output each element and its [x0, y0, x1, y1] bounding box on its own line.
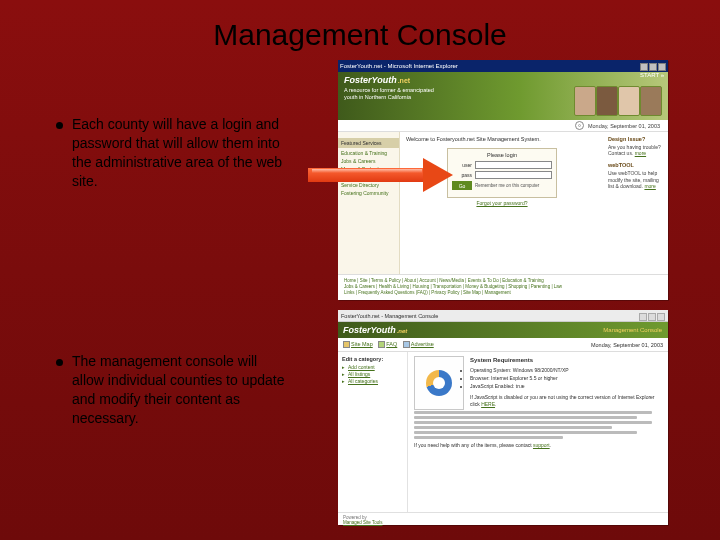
window-title: FosterYouth.net - Microsoft Internet Exp… [340, 63, 458, 69]
nav-icon [343, 341, 350, 348]
sidebar-item[interactable]: Add content [348, 364, 403, 370]
req-item: Browser: Internet Explorer 5.5 or higher [426, 375, 662, 382]
nav-icon [378, 341, 385, 348]
ie-icon [426, 370, 452, 396]
right-link1[interactable]: more [635, 150, 646, 156]
hero-photos [574, 86, 662, 116]
date-text: Monday, September 01, 2003 [591, 342, 663, 348]
user-input[interactable] [475, 161, 552, 169]
callout-arrow [308, 158, 456, 192]
right-panel: Design Issue? Are you having trouble? Co… [604, 132, 668, 274]
paragraph-1: Each county will have a login and passwo… [72, 115, 292, 191]
start-link[interactable]: START » [640, 72, 664, 78]
swirl-icon [575, 121, 584, 130]
nav-advertise[interactable]: Advertise [411, 341, 434, 347]
console-screenshot: FosterYouth.net - Management Console Fos… [338, 310, 668, 525]
right-h2: webTOOL [608, 162, 664, 169]
req-item: Operating System: Windows 98/2000/NT/XP [426, 367, 662, 374]
footer-links[interactable]: Home | Site | Terms & Policy | About | A… [338, 274, 668, 299]
right-link2[interactable]: more [644, 183, 655, 189]
sidebar: Edit a category: Add content All listing… [338, 352, 408, 512]
remember-text: Remember me on this computer [475, 183, 539, 188]
nav-icon [403, 341, 410, 348]
nav-sitemap[interactable]: Site Map [351, 341, 373, 347]
brand-bar: FosterYouth.net Management Console [338, 322, 668, 338]
nav-bar: Site Map FAQ Advertise Monday, September… [338, 338, 668, 352]
help-text: If you need help with any of the items, … [414, 442, 662, 449]
slide-title: Management Console [0, 18, 720, 52]
center-panel: Welcome to Fosteryouth.net Site Manageme… [400, 132, 604, 274]
sidebar-item[interactable]: All categories [348, 378, 403, 384]
login-heading: Please login [452, 152, 552, 158]
brand-logo: FosterYouth.net [343, 325, 407, 335]
window-titlebar: FosterYouth.net - Management Console [338, 310, 668, 322]
bullet-icon [56, 122, 63, 129]
hero-banner: START » FosterYouth.net A resource for f… [338, 72, 668, 120]
bullet-icon [56, 359, 63, 366]
nav-faq[interactable]: FAQ [386, 341, 397, 347]
window-title: FosterYouth.net - Management Console [341, 313, 438, 319]
paragraph-2: The management console will allow indivi… [72, 352, 292, 428]
powered-link[interactable]: Managed Site Tools [343, 520, 382, 525]
footer: Powered by Managed Site Tools [338, 512, 668, 531]
req-list: Operating System: Windows 98/2000/NT/XP … [426, 367, 662, 390]
sidebar-item[interactable]: Education & Training [338, 149, 399, 157]
support-link[interactable]: support [533, 442, 550, 448]
mgmt-label: Management Console [603, 327, 662, 333]
req-item: JavaScript Enabled: true [426, 383, 662, 390]
left-sidebar: Featured Services Education & Training J… [338, 132, 400, 274]
sidebar-heading: Featured Services [338, 138, 399, 148]
welcome-text: Welcome to Fosteryouth.net Site Manageme… [406, 136, 598, 142]
tagline: A resource for former & emancipated yout… [344, 87, 434, 100]
date-text: Monday, September 01, 2003 [588, 123, 660, 129]
right-h1: Design Issue? [608, 136, 664, 143]
login-box: Please login user pass Go Remember me on… [447, 148, 557, 198]
date-bar: Monday, September 01, 2003 [338, 120, 668, 132]
pass-input[interactable] [475, 171, 552, 179]
brand-logo: FosterYouth.net [344, 76, 662, 85]
window-titlebar: FosterYouth.net - Microsoft Internet Exp… [338, 60, 668, 72]
here-link[interactable]: HERE [481, 401, 495, 407]
sidebar-heading: Edit a category: [342, 356, 403, 362]
sidebar-item[interactable]: All listings [348, 371, 403, 377]
ie-logo-box [414, 356, 464, 410]
forgot-link[interactable]: Forgot your password? [406, 200, 598, 206]
content-panel: System Requirements Operating System: Wi… [408, 352, 668, 512]
